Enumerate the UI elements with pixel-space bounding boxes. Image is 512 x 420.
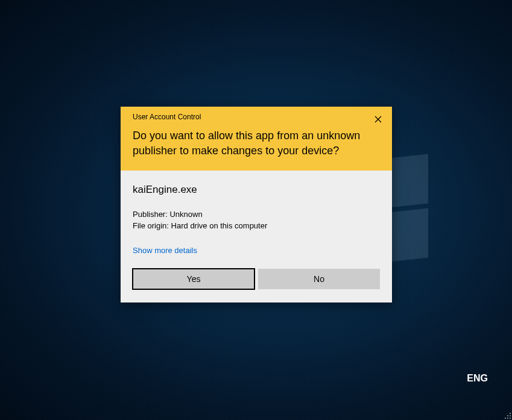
resize-grip[interactable] — [502, 410, 511, 419]
publisher-line: Publisher: Unknown — [133, 209, 380, 220]
uac-question: Do you want to allow this app from an un… — [133, 128, 380, 158]
no-button[interactable]: No — [258, 269, 380, 289]
show-more-details-link[interactable]: Show more details — [133, 246, 197, 255]
close-button[interactable] — [370, 111, 386, 127]
publisher-value: Unknown — [169, 210, 202, 219]
uac-header: User Account Control Do you want to allo… — [121, 107, 392, 171]
language-indicator[interactable]: ENG — [467, 373, 488, 384]
dialog-title: User Account Control — [133, 113, 380, 121]
button-row: Yes No — [133, 269, 380, 289]
app-name: kaiEngine.exe — [133, 184, 380, 196]
origin-line: File origin: Hard drive on this computer — [133, 221, 380, 231]
origin-value: Hard drive on this computer — [171, 221, 268, 230]
yes-button[interactable]: Yes — [133, 269, 254, 289]
origin-label: File origin: — [133, 221, 169, 230]
uac-dialog: User Account Control Do you want to allo… — [121, 107, 392, 302]
publisher-label: Publisher: — [133, 210, 168, 219]
close-icon — [375, 116, 382, 123]
uac-body: kaiEngine.exe Publisher: Unknown File or… — [121, 171, 392, 302]
